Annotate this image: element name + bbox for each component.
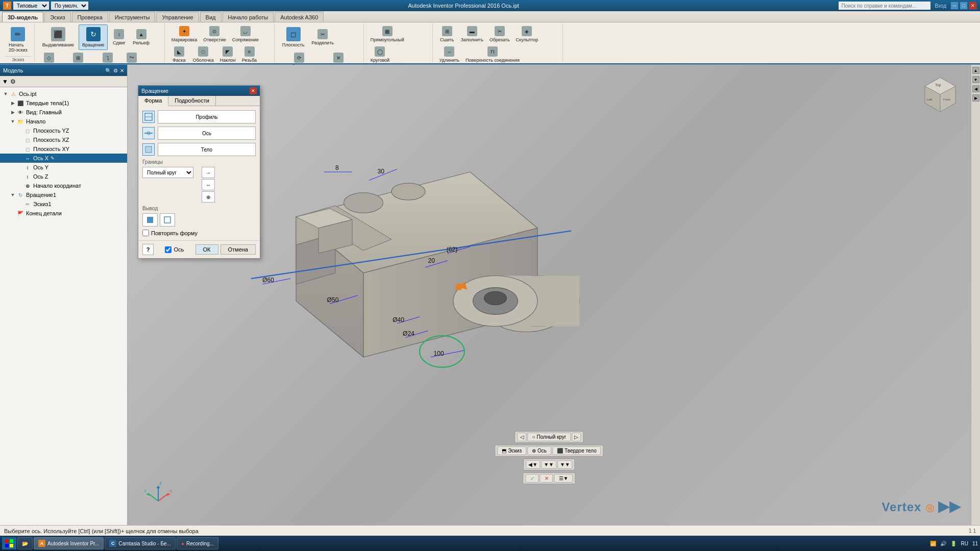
tab-check[interactable]: Проверка	[72, 12, 108, 22]
tree-item-start[interactable]: ▼ 📁 Начало	[0, 117, 127, 126]
vp-options-button[interactable]: ☰▼	[554, 474, 573, 483]
shell-button[interactable]: □ Оболочка	[190, 45, 216, 64]
solid-button[interactable]: Тело	[158, 143, 256, 156]
vp-sketch-mode-button[interactable]: ⬒ Эскиз	[497, 446, 526, 455]
extrude-button[interactable]: ⬛ Выдавливание	[39, 24, 78, 50]
thread-button[interactable]: ≡ Резьба	[239, 45, 260, 64]
vp-fullcircle-button[interactable]: ○ Полный круг	[528, 433, 571, 441]
tree-expand-ось[interactable]: ▼	[2, 90, 9, 97]
vp-cancel-button[interactable]: ✕	[540, 474, 553, 483]
boundary-btn-1[interactable]: →	[202, 167, 215, 178]
dialog-tab-shape[interactable]: Форма	[138, 96, 168, 106]
boundary-btn-3[interactable]: ⊕	[202, 191, 215, 203]
tree-item-plane-yz[interactable]: ▶ ◻ Плоскость YZ	[0, 126, 127, 135]
tree-expand-revolve1[interactable]: ▼	[9, 191, 16, 198]
taskbar-inventor-button[interactable]: A Autodesk Inventor Pr...	[34, 537, 104, 549]
taskbar-files-button[interactable]: 📂	[17, 537, 33, 549]
filter-icon2[interactable]: ⚙	[10, 78, 16, 85]
taskbar-lang[interactable]: RU	[961, 541, 968, 546]
output-solid-button[interactable]	[142, 213, 158, 227]
fillet-button[interactable]: ◡ Сопряжение	[230, 24, 261, 44]
vp-solid-mode-button[interactable]: ⬛ Твердое тело	[552, 446, 601, 455]
profile-button[interactable]: Профиль	[158, 110, 256, 123]
tree-item-solids[interactable]: ▶ ⬛ Твердые тела(1)	[0, 98, 127, 108]
start-sketch-button[interactable]: ✏ Начать2D-эскиз	[5, 24, 31, 55]
output-surface-button[interactable]	[160, 213, 175, 227]
filter-icon[interactable]: ▼	[2, 78, 8, 85]
panel-search-icon[interactable]: 🔍	[105, 68, 111, 73]
view-cube[interactable]: Top Left Front	[920, 75, 961, 116]
tree-item-plane-xz[interactable]: ▶ ◻ Плоскость XZ	[0, 135, 127, 144]
boundary-dropdown[interactable]: Полный круг Угол До Между	[142, 167, 193, 178]
revolve-button[interactable]: ↻ Вращение	[79, 24, 108, 50]
tree-item-axis-z[interactable]: ▶ ↕ Ось Z	[0, 172, 127, 181]
tree-item-origin[interactable]: ▶ ⊕ Начало координат	[0, 181, 127, 190]
vp-prev-button[interactable]: ◁	[518, 433, 527, 441]
tree-item-axis-y[interactable]: ▶ ↕ Ось Y	[0, 163, 127, 172]
marking-button[interactable]: ✦ Маркировка	[169, 24, 200, 44]
tree-item-revolve1[interactable]: ▼ ↻ Вращение1	[0, 190, 127, 199]
help-button[interactable]: ?	[142, 244, 154, 255]
template-dropdown[interactable]: Типовые	[13, 2, 49, 10]
tab-view[interactable]: Вид	[200, 12, 222, 22]
tree-item-view[interactable]: ▶ 👁 Вид: Главный	[0, 108, 127, 117]
split-button[interactable]: ✂ Разделить	[309, 28, 336, 47]
rect-pattern-button[interactable]: ▦ Прямоугольный	[368, 24, 407, 44]
boundary-btn-2[interactable]: ↔	[202, 179, 215, 190]
tree-item-axis-x[interactable]: ▶ ↔ Ось X ✎	[0, 154, 127, 163]
dialog-tab-details[interactable]: Подробности	[168, 96, 216, 106]
vp-axis-mode-button[interactable]: ⊕ Ось	[527, 446, 551, 455]
tab-manage[interactable]: Управление	[156, 12, 199, 22]
close-button[interactable]: ✕	[969, 2, 977, 10]
strip-btn-4[interactable]: ▶	[972, 94, 979, 102]
restore-button[interactable]: □	[960, 2, 968, 10]
hole-button[interactable]: ⊙ Отверстие	[201, 24, 228, 44]
tree-item-ось[interactable]: ▼ ⚠ Ось.ipt	[0, 89, 127, 98]
vp-confirm-button[interactable]: ✓	[526, 474, 539, 483]
panel-close-icon[interactable]: ✕	[120, 68, 124, 73]
tab-tools[interactable]: Инструменты	[109, 12, 156, 22]
fill-button[interactable]: ▬ Заполнить	[458, 24, 486, 44]
tree-expand-view[interactable]: ▶	[9, 109, 16, 116]
dialog-close-button[interactable]: ✕	[250, 87, 257, 94]
ok-button[interactable]: ОК	[195, 244, 218, 255]
taskbar-recording-button[interactable]: ● Recording...	[177, 537, 218, 549]
vp-dir-down2-button[interactable]: ▼▼	[557, 460, 573, 469]
vp-dir-down-button[interactable]: ▼▼	[541, 460, 556, 469]
units-dropdown[interactable]: По умолч.	[51, 2, 88, 10]
start-button[interactable]	[2, 537, 16, 549]
draft-button[interactable]: ◤ Наклон	[217, 45, 238, 64]
stitch-button[interactable]: ⊞ Сшить	[437, 24, 457, 44]
relief-button[interactable]: ▲ Рельеф	[130, 28, 152, 47]
tree-item-plane-xy[interactable]: ▶ ◻ Плоскость XY	[0, 144, 127, 154]
strip-btn-2[interactable]: ▼	[972, 76, 979, 83]
tab-a360[interactable]: Autodesk A360	[275, 12, 324, 22]
tree-item-sketch1[interactable]: ▶ ✏ Эскиз1	[0, 199, 127, 209]
panel-settings-icon[interactable]: ⚙	[113, 68, 118, 73]
search-input[interactable]	[839, 2, 930, 10]
sculpt-button[interactable]: ◈ Скульптор	[513, 24, 541, 44]
cancel-button[interactable]: Отмена	[220, 244, 256, 255]
tree-expand-solids[interactable]: ▶	[9, 99, 16, 107]
tab-3d-model[interactable]: 3D-модель	[2, 12, 43, 22]
tab-start[interactable]: Начало работы	[223, 12, 274, 22]
minimize-button[interactable]: ─	[950, 2, 959, 10]
axis-button[interactable]: Ось	[158, 127, 256, 140]
tree-expand-start[interactable]: ▼	[9, 118, 16, 125]
circ-pattern-button[interactable]: ◯ Круговой	[368, 45, 392, 64]
strip-btn-1[interactable]: ▲	[972, 67, 979, 74]
extend-button[interactable]: ↔ Удлинить	[437, 45, 462, 64]
vp-next-button[interactable]: ▷	[572, 433, 581, 441]
strip-btn-3[interactable]: ◀	[972, 85, 979, 92]
taskbar-camtasia-button[interactable]: C Camtasia Studio - Бе...	[105, 537, 176, 549]
trim-button[interactable]: ✂ Обрезать	[487, 24, 512, 44]
vp-dir-left-button[interactable]: ◀▼	[526, 460, 540, 469]
tab-sketch[interactable]: Эскиз	[44, 12, 70, 22]
shift-button[interactable]: ↕ Сдвиг	[109, 28, 129, 47]
viewport[interactable]: 8 30 20 Ø60 Ø50 (62) Ø40 Ø24 100	[128, 65, 971, 525]
chamfer-button[interactable]: ◣ Фаска	[169, 45, 189, 64]
repeat-shape-checkbox[interactable]	[142, 230, 149, 236]
tree-item-end-detail[interactable]: ▶ 🚩 Конец детали	[0, 209, 127, 218]
surf-join-button[interactable]: ⊓ Поверхность соединения	[463, 45, 522, 64]
plane-button[interactable]: ◻ Плоскость	[279, 24, 308, 50]
